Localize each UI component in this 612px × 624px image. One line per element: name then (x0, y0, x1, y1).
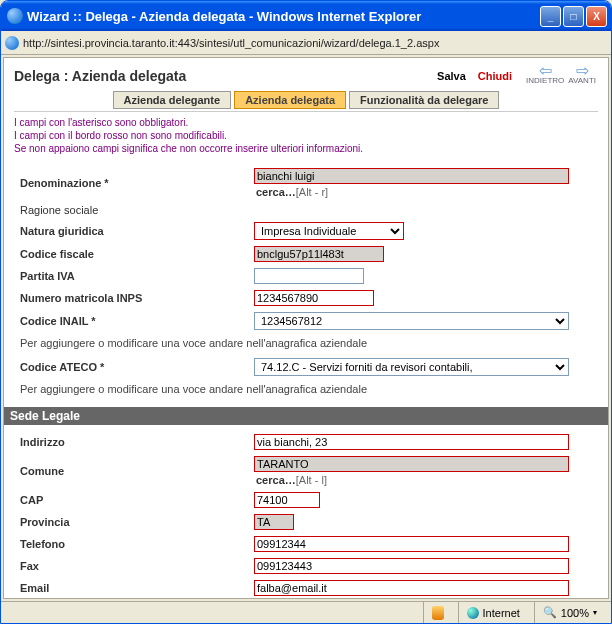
indirizzo-label: Indirizzo (14, 436, 254, 448)
forward-button[interactable]: ⇨ AVANTI (566, 66, 598, 85)
maximize-button[interactable]: □ (563, 6, 584, 27)
hint-text: I campi con l'asterisco sono obbligatori… (14, 116, 598, 155)
titlebar: Wizard :: Delega - Azienda delegata - Wi… (1, 1, 611, 31)
statusbar: Internet 🔍 100% ▾ (1, 601, 611, 623)
indirizzo-input[interactable] (254, 434, 569, 450)
tab-delegante[interactable]: Azienda delegante (113, 91, 232, 109)
fax-label: Fax (14, 560, 254, 572)
zone-label: Internet (483, 607, 520, 619)
close-window-button[interactable]: X (586, 6, 607, 27)
page-title: Delega : Azienda delegata (14, 68, 186, 84)
cerca-denominazione-link[interactable]: cerca…[Alt - r] (256, 186, 598, 198)
note-anagrafica-1: Per aggiungere o modificare una voce and… (14, 333, 598, 355)
url-text[interactable]: http://sintesi.provincia.taranto.it:443/… (23, 37, 439, 49)
ateco-select[interactable]: 74.12.C - Servizi forniti da revisori co… (254, 358, 569, 376)
zoom-control[interactable]: 🔍 100% ▾ (534, 602, 605, 623)
ie-icon (7, 8, 23, 24)
comune-input[interactable] (254, 456, 569, 472)
telefono-label: Telefono (14, 538, 254, 550)
save-button[interactable]: Salva (437, 70, 466, 82)
inps-input[interactable] (254, 290, 374, 306)
address-bar: http://sintesi.provincia.taranto.it:443/… (1, 31, 611, 55)
cap-input[interactable] (254, 492, 320, 508)
natura-select[interactable]: Impresa Individuale (254, 222, 404, 240)
inail-label: Codice INAIL * (14, 315, 254, 327)
telefono-input[interactable] (254, 536, 569, 552)
denominazione-input[interactable] (254, 168, 569, 184)
fax-input[interactable] (254, 558, 569, 574)
cf-label: Codice fiscale (14, 248, 254, 260)
note-anagrafica-2: Per aggiungere o modificare una voce and… (14, 379, 598, 401)
tab-funzionalita[interactable]: Funzionalità da delegare (349, 91, 499, 109)
piva-input[interactable] (254, 268, 364, 284)
window-title: Wizard :: Delega - Azienda delegata - Wi… (27, 9, 540, 24)
provincia-label: Provincia (14, 516, 254, 528)
globe-icon (467, 607, 479, 619)
denominazione-label: Denominazione * (14, 177, 254, 189)
inps-label: Numero matricola INPS (14, 292, 254, 304)
comune-label: Comune (14, 465, 254, 477)
arrow-right-icon: ⇨ (576, 66, 589, 76)
piva-label: Partita IVA (14, 270, 254, 282)
ragione-label: Ragione sociale (14, 204, 254, 216)
ateco-label: Codice ATECO * (14, 361, 254, 373)
cf-input[interactable] (254, 246, 384, 262)
content-area: Delega : Azienda delegata Salva Chiudi ⇦… (3, 57, 609, 599)
email-input[interactable] (254, 580, 569, 596)
email-label: Email (14, 582, 254, 594)
natura-label: Natura giuridica (14, 225, 254, 237)
page-icon (5, 36, 19, 50)
tab-delegata[interactable]: Azienda delegata (234, 91, 346, 109)
cap-label: CAP (14, 494, 254, 506)
close-button[interactable]: Chiudi (478, 70, 512, 82)
tab-bar: Azienda delegante Azienda delegata Funzi… (14, 91, 598, 112)
minimize-button[interactable]: _ (540, 6, 561, 27)
section-sede-legale: Sede Legale (4, 407, 608, 425)
cerca-comune-link[interactable]: cerca…[Alt - l] (256, 474, 598, 486)
app-window: Wizard :: Delega - Azienda delegata - Wi… (0, 0, 612, 624)
provincia-input[interactable] (254, 514, 294, 530)
arrow-left-icon: ⇦ (539, 66, 552, 76)
back-button[interactable]: ⇦ INDIETRO (524, 66, 566, 85)
inail-select[interactable]: 1234567812 (254, 312, 569, 330)
shield-icon (432, 606, 444, 620)
